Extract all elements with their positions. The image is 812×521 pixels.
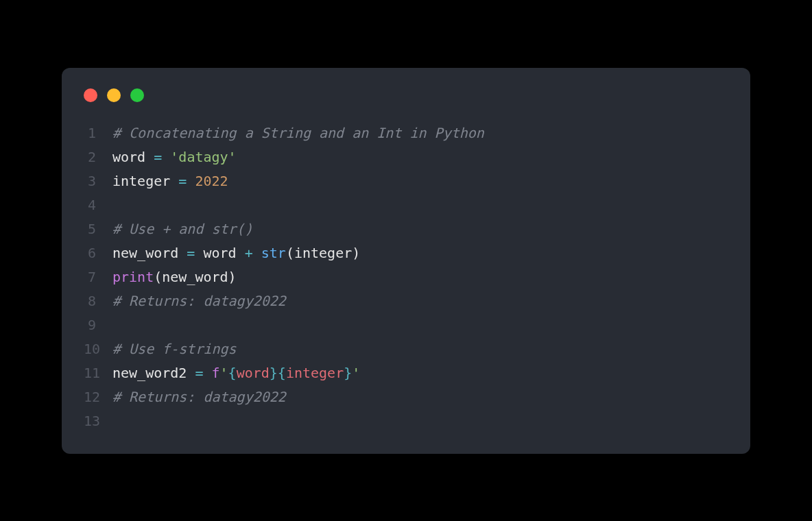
line-number: 4 (84, 193, 112, 217)
code-line: 7 print(new_word) (84, 265, 728, 289)
code-line: 9 (84, 313, 728, 337)
line-number: 11 (84, 361, 112, 385)
code-text (112, 409, 121, 433)
line-number: 2 (84, 145, 112, 169)
code-line: 2 word = 'datagy' (84, 145, 728, 169)
code-line: 11 new_word2 = f'{word}{integer}' (84, 361, 728, 385)
code-window: 1 # Concatenating a String and an Int in… (62, 68, 750, 454)
code-line: 3 integer = 2022 (84, 169, 728, 193)
line-number: 1 (84, 121, 112, 145)
code-line: 13 (84, 409, 728, 433)
line-number: 8 (84, 289, 112, 313)
code-line: 5 # Use + and str() (84, 217, 728, 241)
code-text (112, 313, 121, 337)
code-text: # Returns: datagy2022 (112, 289, 286, 313)
code-line: 1 # Concatenating a String and an Int in… (84, 121, 728, 145)
line-number: 13 (84, 409, 112, 433)
code-editor[interactable]: 1 # Concatenating a String and an Int in… (62, 121, 750, 433)
maximize-icon[interactable] (130, 88, 144, 102)
line-number: 7 (84, 265, 112, 289)
line-number: 9 (84, 313, 112, 337)
code-text (112, 193, 121, 217)
code-text: new_word2 = f'{word}{integer}' (112, 361, 360, 385)
minimize-icon[interactable] (107, 88, 121, 102)
code-text: # Use + and str() (112, 217, 253, 241)
code-text: integer = 2022 (112, 169, 228, 193)
code-text: word = 'datagy' (112, 145, 237, 169)
line-number: 12 (84, 385, 112, 409)
code-text: # Concatenating a String and an Int in P… (112, 121, 484, 145)
code-line: 10 # Use f-strings (84, 337, 728, 361)
line-number: 5 (84, 217, 112, 241)
close-icon[interactable] (84, 88, 97, 102)
line-number: 6 (84, 241, 112, 265)
line-number: 3 (84, 169, 112, 193)
code-text: # Returns: datagy2022 (112, 385, 286, 409)
code-line: 12 # Returns: datagy2022 (84, 385, 728, 409)
code-line: 8 # Returns: datagy2022 (84, 289, 728, 313)
code-text: print(new_word) (112, 265, 237, 289)
code-line: 6 new_word = word + str(integer) (84, 241, 728, 265)
code-line: 4 (84, 193, 728, 217)
code-text: new_word = word + str(integer) (112, 241, 360, 265)
line-number: 10 (84, 337, 112, 361)
titlebar (62, 88, 750, 121)
code-text: # Use f-strings (112, 337, 237, 361)
